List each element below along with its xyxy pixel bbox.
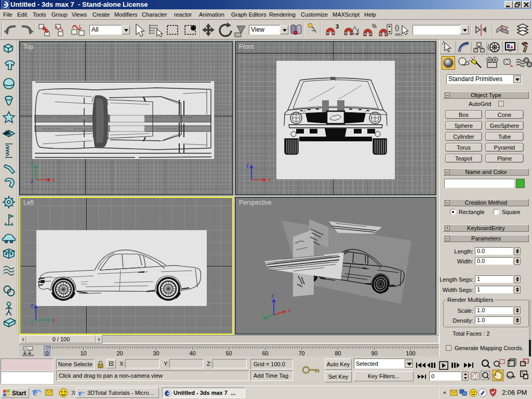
svg-text:y: y bbox=[261, 310, 264, 315]
svg-text:z: z bbox=[31, 303, 33, 309]
svg-text:z: z bbox=[31, 178, 33, 184]
svg-text:e: e bbox=[78, 390, 82, 397]
svg-text:y: y bbox=[31, 318, 33, 324]
svg-text:{}: {} bbox=[395, 23, 400, 31]
svg-text:e: e bbox=[33, 387, 37, 397]
svg-text:x: x bbox=[288, 308, 290, 313]
svg-text:x: x bbox=[268, 177, 271, 183]
svg-text:y: y bbox=[31, 161, 33, 166]
svg-text:x: x bbox=[52, 177, 55, 183]
svg-text:z: z bbox=[271, 293, 274, 299]
svg-text:x: x bbox=[52, 317, 55, 323]
svg-text:ABC: ABC bbox=[395, 32, 404, 37]
svg-text:%: % bbox=[372, 23, 377, 29]
svg-text:3: 3 bbox=[336, 23, 339, 30]
svg-text:z: z bbox=[246, 163, 249, 168]
